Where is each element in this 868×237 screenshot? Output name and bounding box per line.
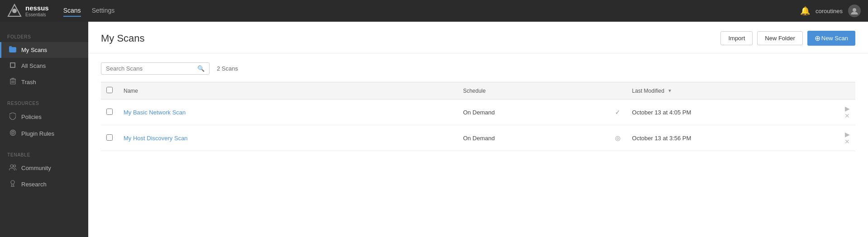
- tenable-section-label: Tenable: [0, 147, 88, 160]
- row-1-schedule: On Demand: [458, 100, 608, 125]
- import-button[interactable]: Import: [720, 31, 753, 45]
- search-input[interactable]: [106, 65, 195, 72]
- sidebar: Folders My Scans All Scans: [0, 22, 88, 237]
- sidebar-item-plugin-rules[interactable]: Plugin Rules: [0, 125, 88, 142]
- username-label: coroutines: [816, 8, 843, 14]
- search-box[interactable]: 🔍: [101, 62, 210, 75]
- row-2-schedule: On Demand: [458, 125, 608, 151]
- topnav: nessus Essentials Scans Settings 🔔 corou…: [0, 0, 868, 22]
- sidebar-label-plugin-rules: Plugin Rules: [21, 130, 54, 137]
- th-last-modified-label: Last Modified: [632, 88, 664, 94]
- svg-point-17: [14, 165, 16, 167]
- svg-point-2: [853, 8, 856, 12]
- research-icon: [9, 180, 17, 189]
- new-folder-button[interactable]: New Folder: [757, 31, 802, 45]
- th-actions: [828, 82, 855, 100]
- svg-point-15: [12, 133, 13, 133]
- th-schedule: Schedule: [458, 82, 608, 100]
- svg-point-18: [11, 180, 14, 184]
- sidebar-item-all-scans[interactable]: All Scans: [0, 58, 88, 74]
- th-name: Name: [118, 82, 458, 100]
- sidebar-label-trash: Trash: [21, 79, 36, 85]
- user-avatar[interactable]: [848, 5, 861, 17]
- row-2-last-modified: October 13 at 3:56 PM: [627, 125, 828, 151]
- table-header-row: Name Schedule Last Modified ▼: [101, 82, 855, 100]
- folders-section-label: Folders: [0, 29, 88, 42]
- th-name-label: Name: [124, 88, 138, 94]
- row-2-delete-icon[interactable]: ✕: [844, 138, 850, 145]
- th-status: [609, 82, 627, 100]
- th-last-modified[interactable]: Last Modified ▼: [627, 82, 828, 100]
- logo[interactable]: nessus Essentials: [7, 4, 49, 18]
- notification-bell-icon[interactable]: 🔔: [800, 6, 810, 16]
- folder-open-icon: [9, 46, 17, 54]
- table-row: My Host Discovery Scan On Demand ◎ Octob…: [101, 125, 855, 151]
- plugin-rules-icon: [9, 129, 17, 137]
- row-2-checkbox[interactable]: [106, 134, 113, 141]
- all-scans-icon: [9, 62, 17, 70]
- page-title: My Scans: [101, 33, 720, 44]
- row-2-status-icon: ◎: [615, 134, 620, 142]
- scans-table: Name Schedule Last Modified ▼: [101, 82, 855, 151]
- avatar-icon: [850, 7, 858, 15]
- sidebar-item-research[interactable]: Research: [0, 176, 88, 193]
- content-header: My Scans Import New Folder ⊕ New Scan: [88, 22, 868, 53]
- trash-icon: [9, 78, 17, 86]
- sidebar-label-community: Community: [21, 165, 51, 171]
- nav-settings[interactable]: Settings: [92, 5, 115, 17]
- sidebar-item-trash[interactable]: Trash: [0, 74, 88, 90]
- sidebar-label-research: Research: [21, 181, 47, 188]
- main-content: My Scans Import New Folder ⊕ New Scan 🔍 …: [88, 22, 868, 237]
- scan-link-basic-network[interactable]: My Basic Network Scan: [124, 109, 186, 116]
- table-row: My Basic Network Scan On Demand ✓ Octobe…: [101, 100, 855, 125]
- nessus-logo-icon: [7, 4, 22, 18]
- row-1-launch-icon[interactable]: ▶: [845, 105, 850, 112]
- row-1-last-modified: October 13 at 4:05 PM: [627, 100, 828, 125]
- row-1-status-icon: ✓: [615, 109, 620, 116]
- sidebar-label-all-scans: All Scans: [21, 62, 46, 69]
- logo-sub: Essentials: [25, 12, 49, 17]
- new-scan-label: New Scan: [821, 35, 848, 42]
- scan-link-host-discovery[interactable]: My Host Discovery Scan: [124, 135, 188, 142]
- main-layout: Folders My Scans All Scans: [0, 22, 868, 237]
- search-icon: 🔍: [197, 65, 205, 72]
- row-2-launch-icon[interactable]: ▶: [845, 131, 850, 138]
- logo-name: nessus: [25, 5, 49, 12]
- sidebar-label-policies: Policies: [21, 114, 42, 120]
- th-checkbox: [101, 82, 118, 100]
- sidebar-item-community[interactable]: Community: [0, 160, 88, 176]
- row-1-checkbox[interactable]: [106, 109, 113, 115]
- plus-icon: ⊕: [815, 34, 820, 43]
- th-schedule-label: Schedule: [463, 88, 486, 94]
- sidebar-item-policies[interactable]: Policies: [0, 109, 88, 125]
- new-scan-button[interactable]: ⊕ New Scan: [807, 31, 855, 46]
- sidebar-label-my-scans: My Scans: [21, 47, 47, 53]
- sort-desc-icon: ▼: [668, 88, 672, 93]
- select-all-checkbox[interactable]: [106, 87, 113, 93]
- table-toolbar: 🔍 2 Scans: [101, 62, 855, 75]
- header-actions: Import New Folder ⊕ New Scan: [720, 31, 855, 46]
- resources-section-label: Resources: [0, 95, 88, 109]
- row-1-delete-icon[interactable]: ✕: [844, 112, 850, 119]
- sidebar-item-my-scans[interactable]: My Scans: [0, 42, 88, 58]
- table-area: 🔍 2 Scans Name Schedule: [88, 53, 868, 237]
- svg-point-1: [12, 9, 17, 13]
- svg-rect-4: [11, 63, 14, 67]
- svg-point-16: [10, 165, 13, 167]
- policies-icon: [9, 113, 17, 121]
- community-icon: [9, 164, 17, 172]
- nav-scans[interactable]: Scans: [63, 5, 81, 17]
- scan-count: 2 Scans: [217, 65, 238, 72]
